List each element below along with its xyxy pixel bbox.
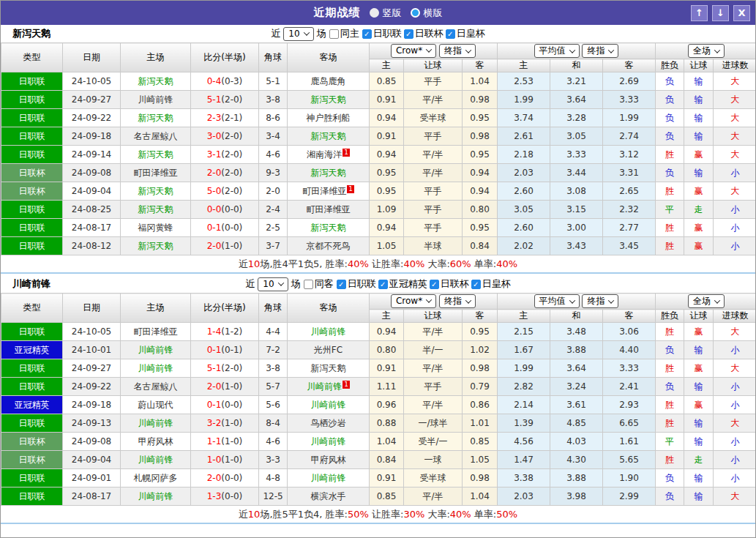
- score-cell: 2-0(2-0): [191, 164, 259, 182]
- recent-results-panel: 近期战绩 竖版 横版 ↑ ↓ X 新泻天鹅 近 10: [0, 0, 756, 538]
- fulltime-score: 1-0: [207, 455, 222, 465]
- result-handicap-cell: 输: [684, 127, 714, 146]
- halftime-score: (1-0): [221, 455, 242, 465]
- games-count-select[interactable]: 10: [283, 27, 313, 41]
- fulltime-score: 3-1: [207, 149, 222, 160]
- team-name: 新泻天鹅: [311, 131, 346, 141]
- checkbox-checked-icon[interactable]: ✓: [337, 280, 346, 289]
- league-cell: 日职联: [1, 201, 63, 219]
- period-select[interactable]: 全场: [688, 44, 725, 58]
- checkbox-unchecked-icon[interactable]: [304, 280, 313, 289]
- radio-selected-icon[interactable]: [411, 8, 420, 18]
- near-label: 近: [245, 277, 255, 291]
- score-cell: 3-0(2-0): [191, 127, 259, 146]
- team-name: 川崎前锋: [307, 381, 342, 392]
- league-filter-item[interactable]: ✓日联杯: [430, 277, 469, 291]
- avg-time-select[interactable]: 终指: [582, 44, 618, 58]
- avg-away-cell: 4.40: [603, 341, 656, 359]
- team-name: 湘南海洋: [307, 149, 342, 160]
- period-select[interactable]: 全场: [688, 294, 725, 308]
- score-cell: 5-1(2-0): [191, 91, 259, 109]
- col-avg-draw: 和: [550, 59, 603, 72]
- league-filter-item[interactable]: ✓日皇杯: [471, 277, 511, 291]
- odds-provider-select[interactable]: Crow*: [391, 44, 436, 58]
- filter-controls: 近 10 场 同主 ✓日职联✓日联杯✓日皇杯: [271, 27, 484, 41]
- score-cell: 2-3(2-1): [191, 109, 259, 127]
- layout-radio-vertical[interactable]: 竖版: [370, 7, 402, 20]
- result-group-header: 全场: [656, 43, 756, 59]
- result-wdl-cell: 负: [656, 72, 684, 91]
- odds-time-select[interactable]: 终指: [439, 294, 476, 308]
- odds-away-cell: 0.95: [463, 323, 498, 341]
- corner-cell: 4-8: [259, 469, 288, 487]
- result-wdl-cell: 胜: [656, 219, 684, 237]
- checkbox-checked-icon[interactable]: ✓: [471, 280, 481, 289]
- league-filter-item[interactable]: ✓日职联: [362, 27, 402, 40]
- fulltime-score: 5-1: [207, 94, 222, 105]
- move-up-button[interactable]: ↑: [691, 5, 708, 21]
- table-header: 类型 日期 主场 比分(半场) 角球 客场 Crow* 终指: [1, 294, 756, 323]
- odds-away-cell: 0.98: [463, 469, 498, 487]
- col-type: 类型: [1, 43, 63, 72]
- chevron-down-icon: [426, 297, 432, 303]
- checkbox-unchecked-icon[interactable]: [329, 29, 339, 39]
- team-name: 新泻天鹅: [138, 76, 173, 86]
- fulltime-score: 5-1: [207, 363, 222, 373]
- avg-source-select[interactable]: 平均值: [534, 294, 580, 308]
- summary-text: 让胜率:: [369, 508, 404, 521]
- radio-unselected-icon[interactable]: [370, 8, 379, 18]
- odds-handicap-cell: 半球: [404, 237, 463, 255]
- away-team-cell: 神户胜利船: [288, 109, 370, 127]
- league-cell: 亚冠精英: [1, 396, 63, 414]
- odds-home-cell: 1.09: [370, 201, 404, 219]
- close-button[interactable]: X: [733, 5, 750, 21]
- date-cell: 24-09-13: [63, 414, 121, 433]
- move-down-button[interactable]: ↓: [712, 5, 729, 21]
- corner-cell: 2-0: [259, 182, 288, 201]
- avg-away-cell: 1.90: [603, 469, 656, 487]
- odds-away-cell: 0.86: [463, 396, 498, 414]
- score-cell: 2-0(1-0): [191, 237, 259, 255]
- odds-time-select[interactable]: 终指: [439, 44, 476, 58]
- odds-provider-value: Crow*: [396, 296, 422, 306]
- checkbox-checked-icon[interactable]: ✓: [446, 29, 455, 39]
- red-card-badge: 1: [343, 381, 350, 389]
- team-name: 川崎前锋: [138, 455, 173, 465]
- team-name: 名古屋鲸八: [134, 381, 178, 392]
- same-venue-filter[interactable]: 同客: [304, 277, 334, 291]
- league-filter-item[interactable]: ✓亚冠精英: [378, 277, 427, 291]
- chevron-down-icon: [465, 47, 471, 53]
- avg-draw-cell: 4.30: [550, 451, 603, 469]
- league-filter-item[interactable]: ✓日联杯: [404, 27, 444, 40]
- result-handicap-cell: 输: [684, 341, 714, 359]
- odds-home-cell: 0.96: [370, 396, 404, 414]
- fulltime-score: 1-3: [207, 491, 222, 501]
- league-filter-item[interactable]: ✓日职联: [337, 277, 376, 291]
- layout-radio-horizontal[interactable]: 横版: [411, 7, 443, 20]
- avg-source-select[interactable]: 平均值: [534, 44, 580, 58]
- chevron-down-icon: [714, 297, 720, 303]
- corner-cell: 3-8: [259, 359, 288, 378]
- avg-away-cell: 3.06: [603, 323, 656, 341]
- league-cell: 日联杯: [1, 182, 63, 201]
- checkbox-checked-icon[interactable]: ✓: [378, 280, 388, 289]
- checkbox-checked-icon[interactable]: ✓: [404, 29, 413, 39]
- away-team-cell: 甲府风林: [288, 451, 370, 469]
- matches-table: 类型 日期 主场 比分(半场) 角球 客场 Crow* 终指: [1, 42, 756, 255]
- checkbox-checked-icon[interactable]: ✓: [362, 29, 372, 39]
- match-row: 日职联24-10-05町田泽维亚1-4(1-2)4-4川崎前锋0.94平/半0.…: [1, 323, 756, 341]
- league-cell: 日职联: [1, 323, 63, 341]
- result-wdl-cell: 胜: [656, 451, 684, 469]
- avg-time-select[interactable]: 终指: [582, 294, 618, 308]
- team-name: 新泻天鹅: [311, 363, 346, 373]
- league-filter-item[interactable]: ✓日皇杯: [446, 27, 485, 40]
- checkbox-checked-icon[interactable]: ✓: [430, 280, 439, 289]
- score-cell: 0-1(0-0): [191, 396, 259, 414]
- odds-provider-select[interactable]: Crow*: [391, 294, 436, 308]
- odds-away-cell: 1.05: [463, 451, 498, 469]
- same-venue-filter[interactable]: 同主: [329, 27, 359, 40]
- games-count-select[interactable]: 10: [258, 277, 288, 291]
- avg-away-cell: 1.99: [603, 109, 656, 127]
- corner-cell: 3-8: [259, 91, 288, 109]
- avg-home-cell: 2.18: [498, 146, 550, 164]
